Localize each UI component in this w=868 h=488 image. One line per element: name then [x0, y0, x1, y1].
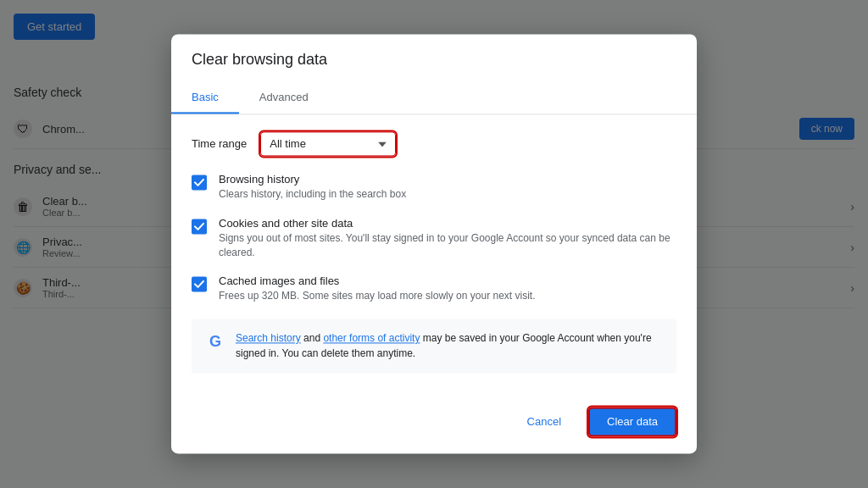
- clear-browsing-data-dialog: Clear browsing data Basic Advanced Time …: [171, 34, 697, 453]
- cancel-button[interactable]: Cancel: [510, 409, 578, 435]
- dialog-title: Clear browsing data: [171, 34, 697, 69]
- cookies-item: Cookies and other site data Signs you ou…: [192, 217, 676, 260]
- cookies-text: Cookies and other site data Signs you ou…: [219, 217, 676, 260]
- other-forms-link[interactable]: other forms of activity: [323, 333, 420, 345]
- cached-images-desc: Frees up 320 MB. Some sites may load mor…: [219, 290, 535, 304]
- cached-images-checkbox[interactable]: [192, 277, 207, 292]
- time-range-select[interactable]: All time Last hour Last 24 hours Last 7 …: [260, 131, 396, 156]
- tab-basic[interactable]: Basic: [171, 82, 239, 114]
- google-info-and: and: [301, 333, 324, 345]
- google-info-box: G Search history and other forms of acti…: [192, 319, 676, 374]
- time-range-row: Time range All time Last hour Last 24 ho…: [192, 131, 676, 156]
- browsing-history-text: Browsing history Clears history, includi…: [219, 173, 406, 202]
- cached-images-item: Cached images and files Frees up 320 MB.…: [192, 275, 676, 304]
- cookies-checkbox[interactable]: [192, 219, 207, 234]
- browsing-history-checkbox[interactable]: [192, 175, 207, 190]
- browsing-history-desc: Clears history, including in the search …: [219, 187, 406, 202]
- cookies-desc: Signs you out of most sites. You'll stay…: [219, 231, 676, 260]
- google-logo-icon: G: [205, 332, 225, 352]
- cookies-label: Cookies and other site data: [219, 217, 676, 230]
- clear-data-button[interactable]: Clear data: [588, 408, 676, 437]
- dialog-footer: Cancel Clear data: [171, 408, 697, 454]
- dialog-tabs: Basic Advanced: [171, 82, 697, 114]
- browsing-history-item: Browsing history Clears history, includi…: [192, 173, 676, 202]
- cached-images-label: Cached images and files: [219, 275, 535, 288]
- google-g-letter: G: [209, 333, 221, 351]
- tab-advanced[interactable]: Advanced: [239, 82, 329, 114]
- time-range-label: Time range: [192, 137, 247, 150]
- google-info-text: Search history and other forms of activi…: [236, 331, 663, 362]
- cached-images-text: Cached images and files Frees up 320 MB.…: [219, 275, 535, 304]
- browsing-history-label: Browsing history: [219, 173, 406, 186]
- search-history-link[interactable]: Search history: [236, 333, 301, 345]
- dialog-body: Time range All time Last hour Last 24 ho…: [171, 114, 697, 407]
